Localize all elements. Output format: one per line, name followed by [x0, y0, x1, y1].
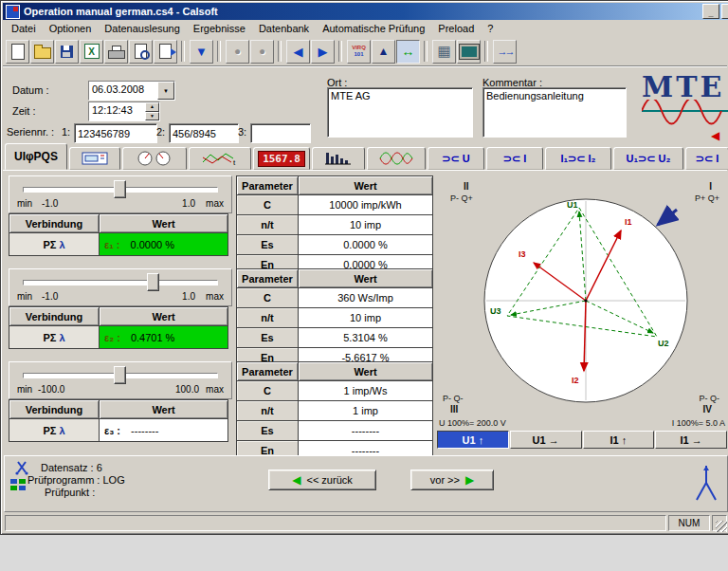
new-file-button[interactable] — [6, 40, 29, 64]
record-button-2[interactable]: ● — [250, 40, 274, 64]
slider-min-text: min — [17, 384, 32, 395]
menu-optionen[interactable]: Optionen — [43, 22, 99, 35]
connection-cell[interactable]: PΣ λ — [9, 233, 100, 256]
tab-vector-u[interactable]: ⊃⊂ U — [428, 147, 484, 170]
tab-vector-i[interactable]: ⊃⊂ I — [486, 147, 543, 170]
datum-combobox[interactable]: 06.03.2008 ▼ — [88, 81, 175, 101]
open-file-button[interactable] — [30, 40, 54, 64]
tab-uipqs[interactable]: UIφPQS — [5, 143, 67, 170]
back-button[interactable]: ◀ << zurück — [268, 470, 376, 490]
toolbar-divider — [3, 65, 727, 67]
tab-harmonics[interactable] — [312, 147, 365, 170]
serial-2-input[interactable] — [169, 123, 239, 143]
menu-help[interactable]: ? — [481, 22, 500, 35]
slider-max-text: max — [206, 384, 224, 395]
error-slider-thumb[interactable] — [114, 366, 126, 384]
datensatz-label: Datensatz : 6 — [41, 462, 102, 473]
datum-value[interactable]: 06.03.2008 — [89, 82, 157, 100]
connection-cell[interactable]: PΣ λ — [9, 419, 100, 442]
menu-datei[interactable]: Datei — [5, 22, 43, 35]
slider-max-value: 1.0 — [182, 198, 195, 209]
tab-digital-display[interactable]: 1567.8 — [253, 147, 310, 170]
record-button-1[interactable]: ● — [226, 40, 249, 64]
error-value-cell: ε₁ : 0.0000 % — [100, 233, 228, 256]
tab-i1-i2[interactable]: I₁⊃⊂ I₂ — [545, 147, 611, 170]
serial-1-input[interactable] — [74, 123, 157, 143]
tab-overflow[interactable]: ⊃⊂ I — [685, 147, 728, 170]
tab-analog-gauges[interactable] — [122, 147, 187, 170]
table-view-button[interactable]: ▦ — [432, 40, 456, 64]
print-button[interactable] — [104, 40, 128, 64]
tab-digital-meter[interactable] — [69, 147, 120, 170]
monitor-button[interactable] — [457, 40, 481, 64]
zeit-value[interactable]: 12:12:43 — [89, 102, 145, 120]
datum-dropdown-button[interactable]: ▼ — [157, 82, 174, 100]
menu-datenbank[interactable]: Datenbank — [252, 22, 316, 35]
minimize-button[interactable]: _ — [702, 4, 719, 19]
param-value: 1 imp — [299, 401, 433, 421]
kommentar-field[interactable]: Bedienungsanleitung — [482, 87, 627, 138]
print-preview-button[interactable] — [129, 40, 153, 64]
sync-arrows-icon: ↔ — [402, 44, 415, 59]
save-button[interactable] — [55, 40, 79, 64]
back-triangle-icon: ◀ — [292, 474, 300, 486]
tab-trend-curves[interactable]: t — [189, 147, 251, 170]
tab-u1-u2[interactable]: U₁⊃⊂ U₂ — [613, 147, 683, 170]
zeit-spinner[interactable]: 12:12:43 ▲ ▼ — [88, 101, 160, 121]
virq-button[interactable]: VIRQ 101 — [347, 40, 371, 64]
export-report-button[interactable] — [154, 40, 177, 64]
connection-cell[interactable]: PΣ λ — [9, 326, 100, 349]
spin-down-button[interactable]: ▼ — [145, 112, 159, 121]
print-icon — [108, 50, 125, 59]
forward-triangle-icon: ▶ — [465, 474, 474, 486]
next-button[interactable]: ▶ — [311, 40, 335, 64]
toolbar-separator — [181, 41, 185, 62]
virq-text: VIRQ — [352, 45, 366, 51]
tab-bar: UIφPQS t 1567. — [5, 145, 727, 170]
slider-min-text: min — [17, 291, 32, 302]
quadrant-1-label: P+ Q+ — [695, 193, 719, 203]
i-scale-label: I 100%= 5.0 A — [672, 418, 725, 428]
title-bar[interactable]: Operation manual german.cs4 - Calsoft _ — [3, 3, 728, 20]
download-button[interactable]: ▼ — [190, 40, 213, 64]
u1-angle-button[interactable]: U1 → — [510, 431, 582, 449]
status-bar: NUM — [3, 513, 727, 532]
menu-preload[interactable]: Preload — [431, 22, 481, 35]
menu-ergebnisse[interactable]: Ergebnisse — [187, 22, 252, 35]
sync-button[interactable]: ↔ — [396, 40, 420, 64]
lambda-symbol: λ — [59, 239, 64, 250]
param-value: 5.3104 % — [299, 328, 433, 348]
menu-automatische-pruefung[interactable]: Automatische Prüfung — [316, 22, 431, 35]
epsilon-2-label: ε₂ : — [104, 332, 120, 343]
error-slider-track[interactable] — [23, 280, 218, 286]
maximize-button[interactable] — [721, 4, 728, 19]
quadrant-2-number: II — [464, 181, 469, 192]
resize-grip[interactable] — [716, 521, 727, 532]
connection-table-1: Verbindung Wert PΣ λ ε₁ : 0.0000 % — [9, 213, 228, 256]
upload-button[interactable]: ▲ — [372, 40, 395, 64]
excel-export-button[interactable]: X — [80, 40, 103, 64]
up-arrow-icon: ▲ — [378, 45, 390, 58]
phasor-select-row: U1 ↑ U1 → I1 ↑ I1 → — [437, 431, 727, 449]
zeit-label: Zeit : — [12, 105, 35, 117]
lcd-display: 1567.8 — [258, 151, 305, 167]
error-slider-thumb[interactable] — [114, 180, 126, 198]
pane-top-edge — [3, 170, 727, 171]
u2-label: U2 — [658, 339, 669, 348]
u1-magnitude-button[interactable]: U1 ↑ — [437, 431, 509, 449]
i1-angle-button[interactable]: I1 → — [655, 431, 727, 449]
tab-waveforms[interactable] — [367, 147, 426, 170]
datum-label: Datum : — [12, 84, 49, 96]
forward-button[interactable]: vor >> ▶ — [410, 470, 494, 490]
ort-field[interactable]: MTE AG — [327, 87, 473, 138]
error-slider-thumb[interactable] — [147, 273, 159, 291]
previous-button[interactable]: ◀ — [286, 40, 310, 64]
param-header-name: Parameter — [237, 362, 299, 381]
menu-datenauslesung[interactable]: Datenauslesung — [98, 22, 187, 35]
spin-up-button[interactable]: ▲ — [145, 102, 159, 112]
serial-3-input[interactable] — [250, 123, 311, 143]
export-icon — [159, 44, 172, 59]
i1-magnitude-button[interactable]: I1 ↑ — [583, 431, 655, 449]
step-forward-button[interactable]: →→ — [493, 40, 517, 64]
forward-button-label: vor >> — [430, 474, 460, 486]
